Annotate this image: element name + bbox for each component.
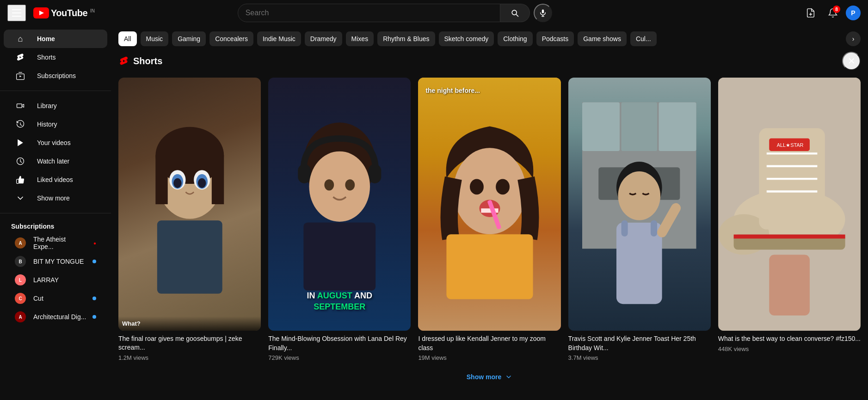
filter-chip-sketch-comedy[interactable]: Sketch comedy bbox=[439, 31, 494, 46]
logo-wordmark: YouTube bbox=[51, 8, 87, 18]
svg-rect-24 bbox=[369, 164, 382, 184]
filter-chip-music[interactable]: Music bbox=[141, 31, 169, 46]
header: YouTubeIN bbox=[0, 0, 868, 26]
short-views-3: 19M views bbox=[418, 354, 560, 361]
close-shorts-button[interactable]: ✕ bbox=[842, 52, 861, 70]
user-avatar[interactable]: P bbox=[846, 6, 861, 20]
subscription-avatar-larray: L bbox=[15, 274, 26, 285]
close-icon: ✕ bbox=[848, 55, 856, 67]
search-input[interactable] bbox=[246, 9, 492, 17]
svg-rect-39 bbox=[659, 103, 696, 152]
sidebar-item-bit[interactable]: B BIT MY TONGUE bbox=[4, 252, 107, 271]
subscription-label-bit: BIT MY TONGUE bbox=[33, 258, 84, 265]
filter-chip-mixes[interactable]: Mixes bbox=[346, 31, 374, 46]
filter-chip-gaming[interactable]: Gaming bbox=[172, 31, 206, 46]
svg-rect-35 bbox=[446, 234, 533, 299]
sidebar-item-atheist[interactable]: A The Atheist Expe... ● bbox=[4, 234, 107, 252]
subscription-avatar-cut: C bbox=[15, 293, 26, 304]
sidebar-item-library[interactable]: Library bbox=[4, 97, 107, 115]
shorts-section: Shorts ✕ bbox=[111, 52, 868, 400]
filter-chip-rhythm-blues[interactable]: Rhythm & Blues bbox=[377, 31, 435, 46]
svg-rect-38 bbox=[622, 103, 657, 152]
short-card-3[interactable]: the night before... I dressed up like Ke… bbox=[418, 78, 560, 361]
short-title-3: I dressed up like Kendall Jenner to my z… bbox=[418, 334, 560, 352]
subscription-label-atheist: The Atheist Expe... bbox=[33, 236, 84, 250]
sidebar-label-library: Library bbox=[37, 102, 57, 109]
filter-chip-clothing[interactable]: Clothing bbox=[498, 31, 532, 46]
short-title-1: The final roar gives me goosebumps | zek… bbox=[118, 334, 261, 352]
create-button[interactable] bbox=[801, 4, 820, 22]
short-card-4[interactable]: Travis Scott and Kylie Jenner Toast Her … bbox=[568, 78, 711, 361]
subscription-label-cut: Cut bbox=[33, 295, 43, 302]
shorts-header: Shorts ✕ bbox=[118, 52, 861, 70]
filter-chip-game-shows[interactable]: Game shows bbox=[578, 31, 627, 46]
svg-rect-45 bbox=[651, 220, 657, 236]
svg-point-27 bbox=[345, 179, 355, 190]
sidebar-divider-1 bbox=[0, 91, 111, 91]
svg-rect-14 bbox=[212, 155, 224, 204]
sidebar-item-arch[interactable]: A Architectural Dig... bbox=[4, 308, 107, 326]
shorts-icon bbox=[15, 52, 26, 63]
anime-character-illustration bbox=[133, 103, 247, 305]
sidebar-item-cut[interactable]: C Cut bbox=[4, 289, 107, 308]
show-more-button[interactable]: Show more bbox=[4, 189, 107, 207]
shorts-title: Shorts bbox=[118, 55, 162, 67]
subscription-label-arch: Architectural Dig... bbox=[33, 313, 86, 321]
filter-next-arrow[interactable]: › bbox=[846, 31, 861, 46]
subscriptions-section-title: Subscriptions bbox=[0, 219, 111, 234]
notifications-button[interactable]: 8 bbox=[824, 4, 842, 22]
chevron-down-icon bbox=[505, 373, 512, 381]
main-content: All Music Gaming Concealers Indie Music … bbox=[111, 26, 868, 400]
person-headphones-illustration bbox=[283, 115, 397, 291]
watch-later-icon bbox=[15, 156, 26, 167]
svg-point-25 bbox=[309, 152, 370, 222]
search-button[interactable] bbox=[500, 4, 530, 22]
sidebar-item-larray[interactable]: L LARRAY bbox=[4, 271, 107, 289]
filter-chip-concealers[interactable]: Concealers bbox=[209, 31, 253, 46]
youtube-logo-icon bbox=[33, 7, 49, 18]
filter-chip-all[interactable]: All bbox=[118, 31, 137, 46]
svg-rect-13 bbox=[155, 155, 167, 204]
short-thumbnail-3: the night before... bbox=[418, 78, 560, 331]
sidebar-item-liked-videos[interactable]: Liked videos bbox=[4, 170, 107, 189]
hamburger-menu-button[interactable] bbox=[7, 5, 26, 21]
filter-chip-podcasts[interactable]: Podcasts bbox=[536, 31, 574, 46]
search-input-wrap bbox=[238, 4, 500, 22]
short-card-2[interactable]: IN AUGUST AND SEPTEMBER The Mind-Blowing… bbox=[268, 78, 411, 361]
sidebar-label-home: Home bbox=[37, 35, 55, 42]
sidebar-label-liked-videos: Liked videos bbox=[37, 176, 73, 183]
short-views-4: 3.7M views bbox=[568, 354, 711, 361]
short-card-5[interactable]: ALL★STAR What is the best way to clean c… bbox=[718, 78, 861, 361]
filter-chip-indie-music[interactable]: Indie Music bbox=[257, 31, 301, 46]
svg-point-30 bbox=[469, 179, 483, 195]
voice-search-button[interactable] bbox=[534, 4, 552, 22]
short-title-2: The Mind-Blowing Obsession with Lana Del… bbox=[268, 334, 411, 352]
filter-bar: All Music Gaming Concealers Indie Music … bbox=[111, 26, 868, 52]
filter-chip-dramedy[interactable]: Dramedy bbox=[305, 31, 342, 46]
search-icon bbox=[510, 8, 519, 18]
sidebar-item-history[interactable]: History bbox=[4, 115, 107, 133]
person-kitchen-illustration bbox=[582, 90, 696, 318]
svg-point-42 bbox=[618, 171, 661, 220]
create-icon bbox=[806, 8, 816, 18]
youtube-logo[interactable]: YouTubeIN bbox=[33, 7, 95, 18]
short-thumbnail-5: ALL★STAR bbox=[718, 78, 861, 331]
subscription-label-larray: LARRAY bbox=[33, 276, 59, 284]
your-videos-icon bbox=[15, 137, 26, 148]
short-card-1[interactable]: What? The final roar gives me goosebumps… bbox=[118, 78, 261, 361]
svg-rect-44 bbox=[622, 220, 628, 236]
new-content-dot-arch bbox=[92, 315, 96, 319]
svg-rect-28 bbox=[303, 223, 376, 291]
svg-rect-48 bbox=[769, 255, 810, 315]
filter-chip-cult[interactable]: Cul... bbox=[630, 31, 657, 46]
logo-badge: IN bbox=[90, 8, 95, 13]
svg-point-19 bbox=[173, 178, 182, 188]
sidebar-item-home[interactable]: ⌂ Home bbox=[4, 30, 107, 48]
svg-point-29 bbox=[453, 148, 526, 234]
sidebar-item-watch-later[interactable]: Watch later bbox=[4, 152, 107, 170]
live-indicator-atheist: ● bbox=[93, 241, 96, 246]
sidebar-item-shorts[interactable]: Shorts bbox=[4, 48, 107, 67]
sidebar-item-subscriptions[interactable]: Subscriptions bbox=[4, 67, 107, 85]
sidebar-item-your-videos[interactable]: Your videos bbox=[4, 133, 107, 152]
show-more-button[interactable]: Show more bbox=[456, 369, 523, 385]
